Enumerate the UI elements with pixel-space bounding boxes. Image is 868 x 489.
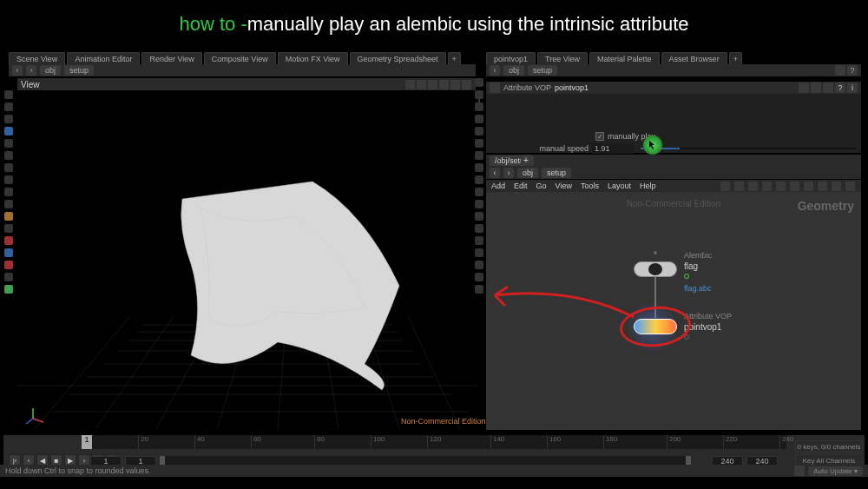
net-path-obj[interactable]: obj: [517, 168, 538, 178]
manual-speed-slider[interactable]: [641, 148, 856, 149]
shelf-icon[interactable]: [475, 175, 483, 184]
cook-icon[interactable]: [794, 466, 805, 476]
info-icon[interactable]: i: [847, 83, 858, 93]
net-tool-icon[interactable]: [845, 182, 855, 191]
tab-material-palette[interactable]: Material Palette: [589, 52, 660, 65]
network-tab-add[interactable]: +: [521, 155, 531, 165]
network-view[interactable]: Geometry Non-Commercial Edition Alembic …: [486, 192, 861, 430]
path-setup[interactable]: setup: [64, 65, 94, 76]
tab-motionfx-view[interactable]: Motion FX View: [278, 52, 348, 65]
menu-edit[interactable]: Edit: [514, 182, 528, 190]
net-path-setup[interactable]: setup: [542, 168, 571, 178]
shelf-icon[interactable]: [4, 127, 13, 135]
pin-icon[interactable]: [835, 65, 845, 76]
net-tool-icon[interactable]: [832, 182, 841, 191]
tab-pointvop1[interactable]: pointvop1: [486, 52, 536, 65]
net-tool-icon[interactable]: [720, 182, 730, 191]
shelf-icon[interactable]: [475, 78, 483, 87]
path-setup-r[interactable]: setup: [528, 65, 557, 76]
back-icon[interactable]: ‹: [490, 65, 500, 76]
view-tool-icon[interactable]: [439, 80, 449, 89]
help-icon[interactable]: ?: [847, 65, 858, 76]
menu-go[interactable]: Go: [536, 182, 547, 190]
shelf-icon[interactable]: [4, 261, 13, 269]
timeline-playhead[interactable]: 1: [82, 435, 92, 449]
net-tool-icon[interactable]: [762, 182, 772, 191]
shelf-icon[interactable]: [475, 151, 483, 160]
node-alembic[interactable]: [634, 261, 677, 277]
shelf-icon[interactable]: [475, 90, 483, 99]
path-obj-r[interactable]: obj: [503, 65, 524, 76]
help-icon[interactable]: ?: [835, 83, 845, 93]
shelf-icon[interactable]: [4, 139, 13, 148]
shelf-icon[interactable]: [475, 248, 483, 257]
shelf-icon[interactable]: [4, 163, 13, 172]
search-icon[interactable]: [811, 83, 821, 93]
3d-viewport[interactable]: [17, 90, 477, 429]
shelf-icon[interactable]: [4, 175, 13, 184]
shelf-icon[interactable]: [4, 224, 13, 233]
tab-anim-editor[interactable]: Animation Editor: [67, 52, 140, 65]
net-tool-icon[interactable]: [804, 182, 813, 191]
manual-speed-value[interactable]: 1.91: [592, 143, 634, 154]
auto-update-dropdown[interactable]: Auto Update ▾: [808, 466, 863, 476]
tab-add-left[interactable]: +: [448, 52, 461, 65]
fwd-icon[interactable]: ›: [26, 65, 36, 76]
tab-composite-view[interactable]: Composite View: [204, 52, 276, 65]
shelf-icon[interactable]: [475, 236, 483, 245]
menu-add[interactable]: Add: [491, 182, 505, 190]
net-tool-icon[interactable]: [776, 182, 786, 191]
gear-icon[interactable]: [799, 83, 809, 93]
tab-tree-view[interactable]: Tree View: [537, 52, 588, 65]
path-obj[interactable]: obj: [40, 65, 61, 76]
shelf-icon[interactable]: [4, 285, 13, 294]
view-tool-icon[interactable]: [450, 80, 460, 89]
view-tool-icon[interactable]: [405, 80, 415, 89]
net-tool-icon[interactable]: [790, 182, 799, 191]
shelf-icon[interactable]: [475, 200, 483, 208]
view-tool-icon[interactable]: [428, 80, 437, 89]
menu-help[interactable]: Help: [640, 182, 656, 190]
shelf-icon[interactable]: [4, 102, 13, 111]
shelf-icon[interactable]: [475, 261, 483, 269]
timeline[interactable]: 1 20 40 60 80 100 120 140 160 180 200 22…: [82, 435, 786, 449]
view-tool-icon[interactable]: [417, 80, 426, 89]
fwd-icon[interactable]: ›: [503, 168, 514, 178]
shelf-icon[interactable]: [4, 200, 13, 208]
node-alembic-file[interactable]: flag.abc: [684, 284, 712, 293]
shelf-icon[interactable]: [4, 273, 13, 281]
shelf-icon[interactable]: [475, 212, 483, 221]
shelf-icon[interactable]: [475, 188, 483, 196]
param-name[interactable]: pointvop1: [555, 83, 589, 92]
shelf-icon[interactable]: [475, 285, 483, 294]
net-tool-icon[interactable]: [748, 182, 758, 191]
shelf-icon[interactable]: [475, 115, 483, 123]
manually-play-checkbox[interactable]: ✓: [595, 132, 604, 141]
tab-scene-view[interactable]: Scene View: [9, 52, 65, 65]
shelf-icon[interactable]: [475, 224, 483, 233]
tab-geo-spreadsheet[interactable]: Geometry Spreadsheet: [350, 52, 446, 65]
net-tool-icon[interactable]: [734, 182, 744, 191]
back-icon[interactable]: ‹: [12, 65, 23, 76]
shelf-icon[interactable]: [4, 90, 13, 99]
shelf-icon[interactable]: [4, 188, 13, 196]
shelf-icon[interactable]: [4, 248, 13, 257]
menu-view[interactable]: View: [556, 182, 572, 190]
net-tool-icon[interactable]: [818, 182, 827, 191]
shelf-icon[interactable]: [4, 236, 13, 245]
tab-add-right[interactable]: +: [729, 52, 742, 65]
tab-render-view[interactable]: Render View: [141, 52, 201, 65]
shelf-icon[interactable]: [475, 139, 483, 148]
tab-asset-browser[interactable]: Asset Browser: [661, 52, 727, 65]
shelf-icon[interactable]: [475, 127, 483, 135]
shelf-icon[interactable]: [4, 212, 13, 221]
menu-layout[interactable]: Layout: [608, 182, 631, 190]
back-icon[interactable]: ‹: [490, 168, 500, 178]
menu-tools[interactable]: Tools: [581, 182, 599, 190]
shelf-icon[interactable]: [475, 163, 483, 172]
shelf-icon[interactable]: [475, 102, 483, 111]
shelf-icon[interactable]: [475, 273, 483, 281]
view-tool-icon[interactable]: [462, 80, 471, 89]
reload-icon[interactable]: [823, 83, 833, 93]
shelf-icon[interactable]: [4, 151, 13, 160]
